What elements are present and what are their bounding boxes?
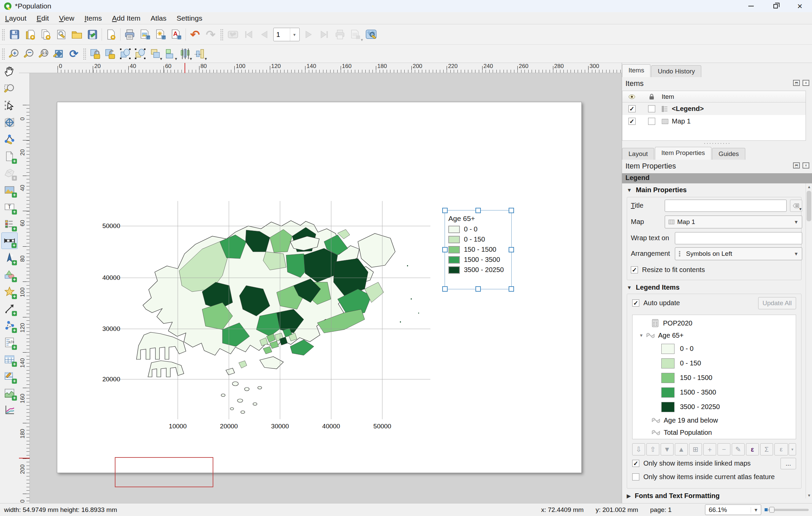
data-defined-override-button[interactable] <box>790 200 802 212</box>
last-feature-button[interactable] <box>317 27 332 42</box>
properties-scrollbar[interactable]: ▲ ▼ <box>806 183 812 498</box>
expander-icon[interactable]: ▾ <box>640 332 643 338</box>
items-row-map[interactable]: ✓ ✓ Map 1 <box>622 115 806 128</box>
add-arrow-tool[interactable] <box>1 300 18 317</box>
layout-canvas[interactable]: .c1{fill:#f3faef;} .c2{fill:#c9e8bf;} .c… <box>30 73 622 503</box>
add-group-button[interactable]: ⊞ <box>689 443 702 455</box>
add-shape-tool[interactable] <box>1 266 18 283</box>
unlock-all-items-button[interactable] <box>103 46 118 61</box>
legend-tree-class-row[interactable]: 3500 - 20250 <box>633 400 796 414</box>
zoom-slider[interactable] <box>765 507 809 513</box>
float-panel-icon[interactable]: ⬒ <box>793 80 800 86</box>
scrollbar-thumb[interactable] <box>807 191 811 221</box>
lock-selected-items-button[interactable] <box>88 46 103 61</box>
layout-page[interactable]: .c1{fill:#f3faef;} .c2{fill:#c9e8bf;} .c… <box>57 102 582 473</box>
add-fixed-table-tool[interactable] <box>1 368 18 384</box>
count-symbols-button[interactable]: Σ <box>760 443 773 455</box>
add-label-tool[interactable]: T <box>1 199 18 215</box>
visibility-checkbox[interactable]: ✓ <box>628 118 636 125</box>
demote-item-button[interactable]: ▼ <box>661 443 674 455</box>
add-node-item-tool[interactable] <box>1 317 18 334</box>
menu-atlas[interactable]: Atlas <box>146 13 172 24</box>
arrangement-combobox[interactable]: Symbols on Left ▼ <box>675 247 802 260</box>
wrap-text-input[interactable] <box>675 232 802 244</box>
add-3d-map-tool[interactable] <box>1 165 18 181</box>
layout-manager-button[interactable] <box>54 27 69 42</box>
pan-layout-tool[interactable] <box>1 63 18 80</box>
zoom-tool[interactable] <box>1 80 18 97</box>
add-html-tool[interactable]: </> <box>1 334 18 351</box>
update-all-button[interactable]: Update All <box>758 297 796 309</box>
tab-guides[interactable]: Guides <box>712 148 745 160</box>
next-feature-button[interactable] <box>301 27 317 42</box>
add-marker-tool[interactable] <box>1 283 18 300</box>
legend-items-header[interactable]: ▼ Legend Items <box>627 284 680 291</box>
scroll-up-arrow[interactable]: ▲ <box>806 183 812 190</box>
add-scalebar-tool[interactable] <box>1 232 18 249</box>
edit-nodes-item-tool[interactable] <box>1 131 18 148</box>
refresh-view-button[interactable]: ⟳ <box>66 46 81 61</box>
add-north-arrow-tool[interactable]: N <box>1 249 18 266</box>
fonts-section-header[interactable]: ▶ Fonts and Text Formatting <box>627 492 720 500</box>
export-as-svg-button[interactable]: ✳[→ <box>153 27 169 42</box>
menu-settings[interactable]: Settings <box>172 13 208 24</box>
atlas-settings-button[interactable] <box>363 27 379 42</box>
atlas-page-combobox[interactable]: ▾ <box>273 28 300 41</box>
expression-button[interactable]: ε <box>746 443 759 455</box>
select-move-item-tool[interactable] <box>1 97 18 114</box>
restore-button[interactable] <box>763 0 788 12</box>
main-properties-header[interactable]: ▼ Main Properties <box>627 186 687 194</box>
group-items-button[interactable] <box>118 46 133 61</box>
close-button[interactable]: × <box>788 0 812 12</box>
menu-view[interactable]: View <box>54 13 79 24</box>
toolbar-grip[interactable] <box>83 48 86 60</box>
print-atlas-button[interactable] <box>332 27 348 42</box>
tab-items[interactable]: Items <box>622 64 650 77</box>
duplicate-layout-button[interactable]: ✶ <box>38 27 54 42</box>
move-item-down-button[interactable]: ⇩ <box>632 443 645 455</box>
export-as-image-button[interactable]: [→ <box>137 27 153 42</box>
linked-maps-more-button[interactable]: ... <box>781 458 796 469</box>
align-items-button[interactable] <box>163 46 177 61</box>
legend-tree-class-row[interactable]: 1500 - 3500 <box>633 385 796 400</box>
resize-handle-w[interactable] <box>442 247 448 252</box>
resize-handle-se[interactable] <box>509 286 514 292</box>
zoom-actual-size-button[interactable]: 1:1 <box>37 46 51 61</box>
auto-update-checkbox[interactable]: ✓ <box>632 299 639 307</box>
atlas-page-dropdown-arrow[interactable]: ▾ <box>290 28 299 41</box>
zoom-slider-handle[interactable] <box>769 507 774 513</box>
visibility-checkbox[interactable]: ✓ <box>628 105 636 112</box>
previous-feature-button[interactable] <box>256 27 272 42</box>
legend-item[interactable]: Age 65+ 0 - 0 0 - 150 <box>445 210 511 289</box>
legend-title-input[interactable] <box>665 200 787 212</box>
resize-handle-nw[interactable] <box>442 208 448 213</box>
minimize-button[interactable] <box>739 0 763 12</box>
legend-tree-class-row[interactable]: 0 - 0 <box>633 341 796 356</box>
remove-item-button[interactable]: − <box>718 443 730 455</box>
menu-items[interactable]: Items <box>79 13 107 24</box>
filter-expression-dropdown[interactable]: ▾ <box>789 443 796 455</box>
print-layout-button[interactable] <box>122 27 137 42</box>
redo-button[interactable]: ↷ <box>203 27 218 42</box>
filter-by-expression-button[interactable]: ε <box>774 443 788 455</box>
atlas-page-input[interactable] <box>274 31 290 39</box>
undo-button[interactable]: ↶ <box>187 27 203 42</box>
map-combobox[interactable]: Map 1 ▼ <box>665 216 802 228</box>
lock-checkbox[interactable]: ✓ <box>648 105 655 112</box>
zoom-in-button[interactable]: + <box>7 46 22 61</box>
raise-items-button[interactable] <box>148 46 163 61</box>
zoom-level-combobox[interactable]: 66.1% ▼ <box>705 504 761 515</box>
menu-add-item[interactable]: Add Item <box>107 13 146 24</box>
zoom-out-button[interactable]: − <box>22 46 37 61</box>
add-plot-item-tool[interactable] <box>1 402 18 418</box>
resize-handle-e[interactable] <box>509 247 514 252</box>
preview-atlas-button[interactable] <box>225 27 241 42</box>
zoom-full-extent-button[interactable] <box>51 46 66 61</box>
items-row-legend[interactable]: ✓ ✓ <Legend> <box>622 103 806 115</box>
tab-layout[interactable]: Layout <box>622 148 654 160</box>
float-panel-icon[interactable]: ⬒ <box>793 162 800 169</box>
legend-tree-group-age19[interactable]: Age 19 and below <box>633 414 796 426</box>
save-as-template-button[interactable] <box>85 27 100 42</box>
legend-tree-class-row[interactable]: 0 - 150 <box>633 356 796 371</box>
add-pages-button[interactable]: ✶ <box>103 27 119 42</box>
